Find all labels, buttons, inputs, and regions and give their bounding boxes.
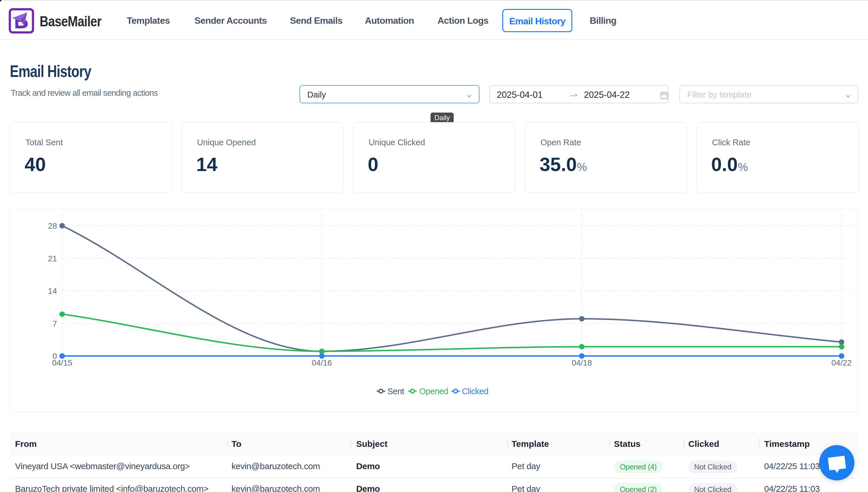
svg-text:21: 21	[48, 254, 57, 263]
svg-text:04/15: 04/15	[52, 358, 72, 367]
svg-text:14: 14	[48, 287, 57, 295]
svg-text:Clicked: Clicked	[462, 387, 488, 396]
svg-text:Opened: Opened	[419, 387, 448, 396]
svg-text:28: 28	[48, 221, 57, 230]
svg-text:Sent: Sent	[387, 387, 404, 396]
svg-text:04/18: 04/18	[572, 358, 592, 367]
svg-text:04/22: 04/22	[832, 358, 852, 367]
svg-text:7: 7	[52, 319, 57, 328]
svg-text:04/16: 04/16	[312, 358, 332, 367]
